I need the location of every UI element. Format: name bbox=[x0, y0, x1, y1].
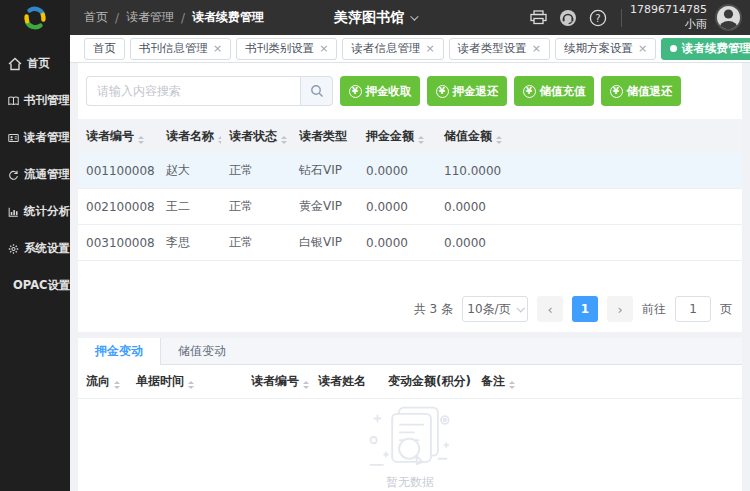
stored-value-refund-button[interactable]: ¥储值退还 bbox=[601, 76, 681, 106]
cell-stored-value: 0.0000 bbox=[436, 236, 742, 250]
breadcrumb-separator: / bbox=[181, 11, 185, 25]
page-size-select[interactable]: 10条/页 bbox=[462, 296, 528, 322]
sidebar-item-opac[interactable]: OPAC设置 bbox=[0, 267, 70, 304]
service-button[interactable] bbox=[553, 0, 583, 35]
button-label: 押金退还 bbox=[453, 84, 499, 99]
stored-value-recharge-button[interactable]: ¥储值充值 bbox=[514, 76, 594, 106]
tab-stored-value-changes[interactable]: 储值变动 bbox=[161, 338, 243, 364]
tab-deposit-changes[interactable]: 押金变动 bbox=[78, 338, 161, 365]
search-button[interactable] bbox=[300, 76, 333, 106]
goto-label: 前往 bbox=[642, 301, 666, 318]
column-header-direction[interactable]: 流向 bbox=[78, 373, 128, 390]
tab-book-category[interactable]: 书刊类别设置× bbox=[236, 38, 337, 60]
sidebar-item-readers[interactable]: 读者管理 bbox=[0, 119, 70, 156]
sort-caret-icon[interactable] bbox=[303, 381, 309, 389]
breadcrumb-parent[interactable]: 读者管理 bbox=[126, 9, 174, 26]
cell-reader-id: 003100008 bbox=[78, 236, 158, 250]
column-header-deposit[interactable]: 押金金额 bbox=[358, 128, 436, 145]
deposit-collect-button[interactable]: ¥押金收取 bbox=[340, 76, 420, 106]
close-icon[interactable]: × bbox=[425, 43, 434, 54]
sidebar-item-statistics[interactable]: 统计分析 bbox=[0, 193, 70, 230]
person-icon bbox=[717, 6, 740, 29]
close-icon[interactable]: × bbox=[532, 43, 541, 54]
column-header-reader-type: 读者类型 bbox=[291, 128, 358, 145]
page-size-value: 10条/页 bbox=[467, 301, 510, 318]
yen-circle-icon: ¥ bbox=[349, 85, 362, 98]
cell-reader-name: 王二 bbox=[158, 198, 221, 215]
close-icon[interactable]: × bbox=[638, 43, 647, 54]
sort-caret-icon[interactable] bbox=[114, 381, 120, 389]
cell-reader-status: 正常 bbox=[221, 234, 291, 251]
column-header-reader-status[interactable]: 读者状态 bbox=[221, 128, 291, 145]
cell-stored-value: 0.0000 bbox=[436, 200, 742, 214]
chevron-down-icon bbox=[516, 304, 524, 312]
sidebar-item-label: 统计分析 bbox=[24, 204, 70, 219]
tab-reader-type[interactable]: 读者类型设置× bbox=[449, 38, 550, 60]
breadcrumb-home[interactable]: 首页 bbox=[84, 9, 108, 26]
org-name: 美萍图书馆 bbox=[334, 9, 404, 27]
sidebar-item-home[interactable]: 首页 bbox=[0, 45, 70, 82]
yen-circle-icon: ¥ bbox=[523, 85, 536, 98]
column-header-doc-time[interactable]: 单据时间 bbox=[128, 373, 243, 390]
print-button[interactable] bbox=[523, 0, 553, 35]
next-page-button[interactable]: › bbox=[607, 296, 633, 322]
column-header-stored-value[interactable]: 储值金额 bbox=[436, 128, 742, 145]
close-icon[interactable]: × bbox=[213, 43, 222, 54]
app-logo[interactable] bbox=[0, 0, 70, 35]
goto-page-input[interactable] bbox=[675, 296, 711, 322]
search-input[interactable] bbox=[86, 76, 300, 106]
transactions-tabs: 押金变动 储值变动 bbox=[78, 338, 742, 365]
sidebar-item-settings[interactable]: 系统设置 bbox=[0, 230, 70, 267]
avatar[interactable] bbox=[715, 4, 742, 31]
current-page-button[interactable]: 1 bbox=[572, 296, 598, 322]
sort-caret-icon[interactable] bbox=[509, 381, 515, 389]
search-group bbox=[86, 76, 333, 106]
tab-renewal-plan[interactable]: 续期方案设置× bbox=[555, 38, 656, 60]
cell-deposit: 0.0000 bbox=[358, 236, 436, 250]
reader-icon bbox=[8, 131, 19, 145]
table-row[interactable]: 002100008 王二 正常 黄金VIP 0.0000 0.0000 bbox=[78, 189, 742, 225]
close-icon[interactable]: × bbox=[319, 43, 328, 54]
tab-label: 书刊信息管理 bbox=[139, 41, 208, 56]
prev-page-button[interactable]: ‹ bbox=[537, 296, 563, 322]
yen-circle-icon: ¥ bbox=[436, 85, 449, 98]
column-header-reader-id[interactable]: 读者编号 bbox=[243, 373, 310, 390]
cell-reader-name: 李思 bbox=[158, 234, 221, 251]
deposit-refund-button[interactable]: ¥押金退还 bbox=[427, 76, 507, 106]
empty-text: 暂无数据 bbox=[386, 474, 434, 491]
tab-label: 读者信息管理 bbox=[351, 41, 420, 56]
book-icon bbox=[8, 94, 19, 108]
org-selector[interactable]: 美萍图书馆 bbox=[334, 9, 416, 27]
table-row[interactable]: 003100008 李思 正常 白银VIP 0.0000 0.0000 bbox=[78, 225, 742, 261]
printer-icon bbox=[530, 10, 547, 25]
sidebar-item-circulation[interactable]: 流通管理 bbox=[0, 156, 70, 193]
tab-home[interactable]: 首页 bbox=[84, 38, 125, 60]
column-header-reader-id[interactable]: 读者编号 bbox=[78, 128, 158, 145]
sort-caret-icon[interactable] bbox=[418, 136, 424, 144]
sort-caret-icon[interactable] bbox=[281, 136, 287, 144]
button-label: 储值充值 bbox=[540, 84, 586, 99]
home-icon bbox=[8, 57, 22, 71]
help-button[interactable]: ? bbox=[583, 0, 613, 35]
sort-caret-icon[interactable] bbox=[138, 136, 144, 144]
column-header-reader-name[interactable]: 读者名称 bbox=[158, 128, 221, 145]
tab-reader-renewal-active[interactable]: 读者续费管理× bbox=[661, 38, 750, 60]
svg-text:?: ? bbox=[595, 12, 600, 23]
sort-caret-icon[interactable] bbox=[188, 381, 194, 389]
button-label: 储值退还 bbox=[627, 84, 673, 99]
table-row[interactable]: 001100008 赵大 正常 钻石VIP 0.0000 110.0000 bbox=[78, 153, 742, 189]
pagination: 共 3 条 10条/页 ‹ 1 › 前往 页 bbox=[78, 296, 742, 332]
column-header-amount[interactable]: 变动金额(积分) bbox=[380, 373, 473, 390]
service-icon bbox=[559, 9, 577, 27]
user-info: 17896714785 小雨 bbox=[630, 3, 707, 32]
tab-reader-info[interactable]: 读者信息管理× bbox=[342, 38, 443, 60]
column-header-remark[interactable]: 备注 bbox=[473, 373, 742, 390]
cell-reader-id: 002100008 bbox=[78, 200, 158, 214]
tab-book-info[interactable]: 书刊信息管理× bbox=[130, 38, 231, 60]
chevron-down-icon bbox=[410, 12, 418, 20]
sidebar-item-label: 书刊管理 bbox=[24, 93, 70, 108]
sort-caret-icon[interactable] bbox=[496, 136, 502, 144]
open-tabs-bar: 首页 书刊信息管理× 书刊类别设置× 读者信息管理× 读者类型设置× 续期方案设… bbox=[70, 35, 750, 63]
cell-reader-name: 赵大 bbox=[158, 162, 221, 179]
sidebar-item-books[interactable]: 书刊管理 bbox=[0, 82, 70, 119]
